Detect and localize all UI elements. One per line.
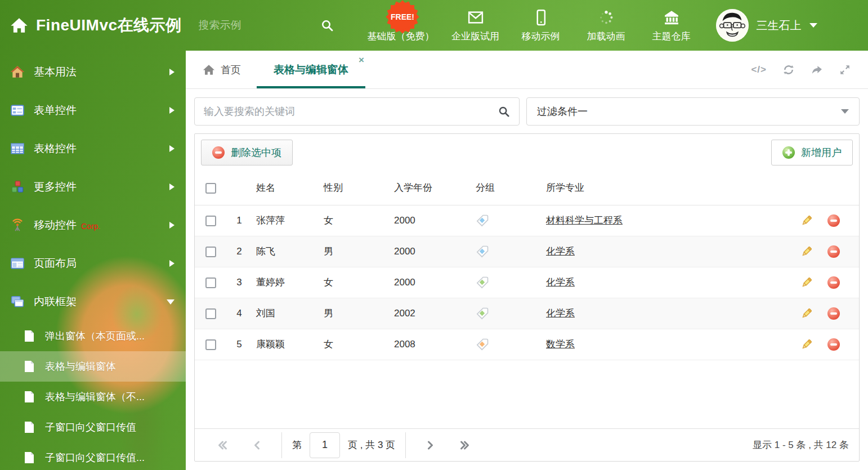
delete-icon[interactable] (827, 276, 840, 289)
antenna-icon (10, 218, 25, 232)
sidebar-subitem-popup-window[interactable]: 弹出窗体（本页面或... (0, 321, 186, 351)
nav-theme-repo[interactable]: 主题仓库 (647, 8, 696, 43)
header-search (199, 19, 334, 32)
edit-icon[interactable] (800, 276, 813, 289)
first-page-button[interactable] (212, 438, 232, 452)
delete-icon[interactable] (827, 338, 840, 351)
divider (405, 432, 406, 458)
row-checkbox[interactable] (205, 277, 216, 288)
caret-down-icon (809, 23, 817, 28)
search-icon[interactable] (320, 19, 334, 32)
refresh-icon[interactable] (782, 64, 795, 76)
tab-grid-edit-window[interactable]: 表格与编辑窗体 × (257, 51, 365, 88)
tab-bar: 首页 表格与编辑窗体 × </> (186, 51, 868, 89)
bank-icon (663, 8, 680, 26)
grid-toolbar: 删除选中项 新增用户 (195, 134, 859, 171)
tag-icon (476, 276, 489, 289)
select-all-checkbox[interactable] (205, 183, 216, 194)
page-prefix: 第 (292, 438, 302, 451)
chevron-right-icon (169, 260, 175, 267)
page-suffix: 页 , 共 3 页 (348, 438, 395, 451)
tag-icon (476, 245, 489, 258)
user-table: 姓名 性别 入学年份 分组 所学专业 1 张萍萍 (195, 171, 859, 360)
sidebar-item-mobile-controls[interactable]: 移动控件 Corp. (0, 206, 186, 244)
major-link[interactable]: 化学系 (546, 277, 575, 288)
sidebar-item-form-controls[interactable]: 表单控件 (0, 91, 186, 129)
next-page-button[interactable] (420, 438, 440, 452)
cubes-icon (10, 180, 25, 194)
tag-icon (476, 338, 489, 351)
close-icon[interactable]: × (359, 55, 364, 65)
nav-label: 移动示例 (522, 30, 560, 43)
row-checkbox[interactable] (205, 247, 216, 257)
delete-icon[interactable] (827, 214, 840, 227)
corp-badge: Corp. (81, 222, 100, 231)
row-checkbox[interactable] (205, 216, 216, 226)
tab-label: 首页 (221, 63, 241, 77)
tag-icon (476, 214, 489, 227)
brand[interactable]: FineUIMvc在线示例 (0, 15, 182, 36)
col-group: 分组 (472, 171, 542, 205)
major-link[interactable]: 数学系 (546, 339, 575, 350)
sidebar-subitem-child-to-parent[interactable]: 子窗口向父窗口传值 (0, 412, 186, 442)
file-icon (24, 360, 35, 373)
last-page-button[interactable] (455, 438, 475, 452)
divider (281, 432, 282, 458)
user-menu[interactable]: 三生石上 (716, 9, 817, 42)
add-user-button[interactable]: 新增用户 (771, 140, 853, 165)
free-badge: FREE! (386, 1, 419, 33)
edit-icon[interactable] (800, 245, 813, 258)
edit-icon[interactable] (800, 338, 813, 351)
major-link[interactable]: 化学系 (546, 308, 575, 319)
sidebar-subitem-child-to-parent-2[interactable]: 子窗口向父窗口传值... (0, 442, 186, 470)
sidebar-item-grid-controls[interactable]: 表格控件 (0, 129, 186, 168)
nav-loading-animations[interactable]: 加载动画 (582, 8, 630, 43)
sidebar-subitem-grid-edit-window[interactable]: 表格与编辑窗体 (0, 351, 186, 382)
table-row: 2 陈飞 男 2000 化学系 (195, 236, 859, 267)
avatar (716, 9, 749, 42)
col-year: 入学年份 (390, 171, 472, 205)
main-panel: 首页 表格与编辑窗体 × </> (186, 51, 868, 470)
header-search-input[interactable] (199, 19, 283, 32)
delete-selected-button[interactable]: 删除选中项 (201, 140, 293, 165)
sidebar-item-basic-usage[interactable]: 基本用法 (0, 53, 186, 91)
fullscreen-icon[interactable] (839, 64, 851, 76)
table-header-row: 姓名 性别 入学年份 分组 所学专业 (195, 171, 859, 205)
record-count-info: 显示 1 - 5 条 , 共 12 条 (753, 438, 849, 451)
filter-dropdown[interactable]: 过滤条件一 (526, 97, 860, 126)
page: FineUIMvc在线示例 FREE! 基础版（免费） 企业版试用 (0, 0, 868, 470)
row-checkbox[interactable] (205, 339, 216, 350)
keyword-search-input[interactable] (204, 106, 498, 118)
minus-circle-icon (212, 146, 225, 159)
sidebar: 基本用法 表单控件 表格控件 更多控件 (0, 51, 186, 470)
envelope-icon (467, 8, 484, 26)
free-badge-label: FREE! (386, 1, 419, 33)
file-icon (24, 421, 35, 433)
table-row: 5 康颖颖 女 2008 数学系 (195, 329, 859, 360)
prev-page-button[interactable] (247, 438, 267, 452)
sidebar-item-more-controls[interactable]: 更多控件 (0, 168, 186, 206)
sidebar-item-iframe[interactable]: 内联框架 (0, 283, 186, 321)
search-icon[interactable] (498, 105, 510, 118)
delete-icon[interactable] (827, 245, 840, 258)
source-code-icon[interactable]: </> (751, 64, 767, 75)
chevron-down-icon (167, 299, 175, 305)
delete-icon[interactable] (827, 307, 840, 320)
nav-mobile-demo[interactable]: 移动示例 (517, 8, 565, 43)
sidebar-item-page-layout[interactable]: 页面布局 (0, 244, 186, 283)
share-icon[interactable] (811, 64, 823, 76)
sidebar-subitem-grid-edit-window-2[interactable]: 表格与编辑窗体（不... (0, 382, 186, 412)
grid-panel: 删除选中项 新增用户 (194, 133, 860, 462)
major-link[interactable]: 材料科学与工程系 (546, 215, 623, 226)
row-checkbox[interactable] (205, 308, 216, 319)
page-number-input[interactable] (310, 432, 340, 458)
tab-home[interactable]: 首页 (203, 51, 241, 88)
col-name: 姓名 (252, 171, 320, 205)
edit-icon[interactable] (800, 307, 813, 320)
major-link[interactable]: 化学系 (546, 246, 575, 257)
caret-down-icon (841, 109, 849, 114)
edit-icon[interactable] (800, 214, 813, 227)
table-row: 4 刘国 男 2002 化学系 (195, 298, 859, 329)
nav-enterprise-trial[interactable]: 企业版试用 (451, 8, 500, 43)
col-major: 所学专业 (542, 171, 791, 205)
